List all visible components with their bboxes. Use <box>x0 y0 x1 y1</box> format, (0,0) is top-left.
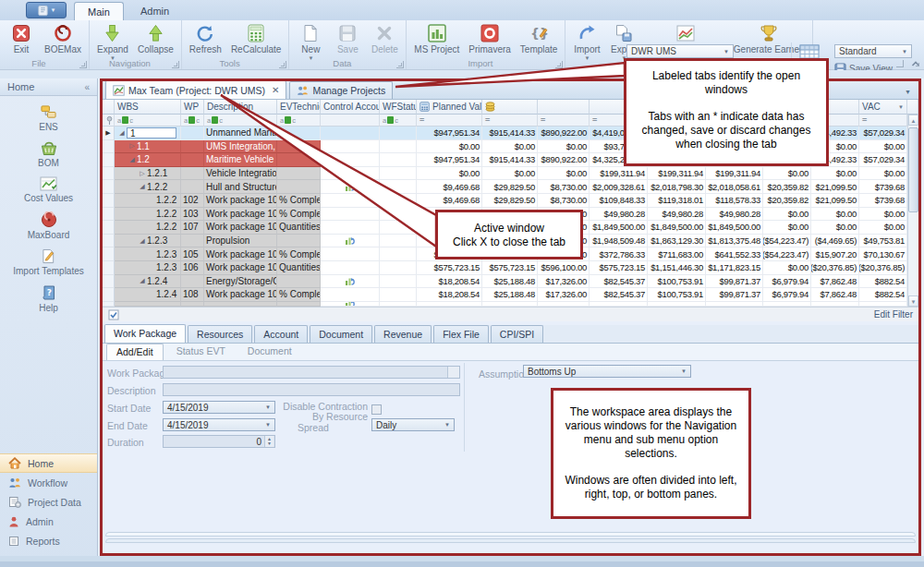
control-account-cell[interactable] <box>321 140 380 154</box>
value-cell[interactable]: $0.00 <box>859 140 907 154</box>
description-cell[interactable]: Vehicle Integration,... <box>204 167 277 181</box>
wfstatus-cell[interactable] <box>380 153 417 167</box>
window-tab-max-team-project-dwr-ums[interactable]: Max Team (Project: DWR UMS)✕ <box>105 80 286 99</box>
value-cell[interactable]: ($54,223.47) <box>763 235 811 248</box>
dialog-launcher-icon[interactable] <box>279 61 286 68</box>
description-field[interactable] <box>163 383 460 396</box>
wfstatus-cell[interactable] <box>380 302 417 307</box>
wbs-cell[interactable]: 1.2.2 <box>115 208 181 222</box>
assumption-select[interactable]: Bottoms Up▼ <box>523 365 691 378</box>
description-cell[interactable] <box>204 302 277 307</box>
wp-cell[interactable] <box>181 275 204 289</box>
value-cell[interactable]: $0.00 <box>763 221 811 235</box>
value-cell[interactable]: $100,753.91 <box>648 288 706 302</box>
evtechnique-cell[interactable]: % Complete <box>277 288 321 302</box>
wp-cell[interactable] <box>181 235 204 248</box>
value-cell[interactable]: $82,545.37 <box>590 275 648 289</box>
value-cell[interactable]: $2,018,798.30 <box>648 180 706 194</box>
wp-cell[interactable]: 103 <box>181 208 204 222</box>
filter-cell[interactable]: = <box>859 115 907 127</box>
expanded-node-icon[interactable]: ◢ <box>138 183 147 190</box>
wp-cell[interactable] <box>181 140 204 154</box>
ribbon-button-delete[interactable]: Delete <box>366 22 403 55</box>
wbs-inline-editor[interactable]: 1 <box>127 127 176 139</box>
description-cell[interactable]: Work package 107 -... <box>204 221 277 235</box>
value-cell[interactable]: $1,813,375.48 <box>706 235 763 248</box>
evtechnique-cell[interactable]: % Complete <box>277 247 321 261</box>
sidebar-nav-reports[interactable]: Reports <box>0 531 97 550</box>
description-cell[interactable]: Work package 102 <box>204 194 277 208</box>
control-account-cell[interactable] <box>321 261 380 275</box>
value-cell[interactable]: $199,311.94 <box>590 167 648 181</box>
control-account-cell[interactable] <box>321 180 380 194</box>
description-cell[interactable]: Work package 108 <box>204 288 277 302</box>
wfstatus-cell[interactable] <box>380 140 417 154</box>
value-cell[interactable]: $119,318.01 <box>648 194 706 208</box>
dialog-launcher-icon[interactable] <box>79 61 87 68</box>
value-cell[interactable]: $641,552.33 <box>706 247 763 261</box>
sidebar-item-import-templates[interactable]: Import Templates <box>0 248 97 276</box>
value-cell[interactable]: $915,414.33 <box>482 127 538 140</box>
column-header-hidden[interactable] <box>538 100 590 115</box>
pane-tab-flex-file[interactable]: Flex File <box>433 325 489 343</box>
value-cell[interactable]: ($20,376.85) <box>859 261 907 275</box>
end-date-field[interactable]: 4/15/2019▼ <box>163 418 275 431</box>
wfstatus-cell[interactable] <box>380 180 417 194</box>
wfstatus-cell[interactable] <box>380 167 417 181</box>
value-cell[interactable]: $7,862.48 <box>811 288 859 302</box>
evtechnique-cell[interactable] <box>277 302 321 307</box>
value-cell[interactable]: $0.00 <box>859 221 907 235</box>
ribbon-tab-admin[interactable]: Admin <box>128 2 182 20</box>
value-cell[interactable]: $8,730.00 <box>538 180 590 194</box>
ribbon-button-import[interactable]: Import▼ <box>568 22 605 62</box>
pane-subtab-document[interactable]: Document <box>238 344 301 360</box>
value-cell[interactable]: $947,951.34 <box>417 153 482 167</box>
collapsed-node-icon[interactable]: ▷ <box>138 170 147 177</box>
dialog-launcher-icon[interactable] <box>172 61 179 68</box>
value-cell[interactable]: $17,326.00 <box>538 288 590 302</box>
value-cell[interactable] <box>763 302 811 307</box>
description-cell[interactable]: Hull and Structure <box>204 180 277 194</box>
value-cell[interactable]: $199,311.94 <box>706 167 763 181</box>
sidebar-nav-workflow[interactable]: Workflow <box>0 473 97 492</box>
control-account-cell[interactable] <box>321 275 380 289</box>
expanded-node-icon[interactable]: ◢ <box>138 277 147 284</box>
disable-contraction-checkbox[interactable] <box>371 404 382 415</box>
value-cell[interactable]: $1,948,509.48 <box>590 235 648 248</box>
wbs-cell[interactable]: 1.2.2 <box>115 221 181 235</box>
value-cell[interactable]: $739.68 <box>859 194 907 208</box>
filter-cell[interactable]: = <box>482 115 538 127</box>
ribbon-button-template[interactable]: {}Template <box>516 22 563 55</box>
scroll-up-icon[interactable]: ▲ <box>908 115 918 126</box>
value-cell[interactable]: $17,326.00 <box>538 275 590 289</box>
view-selector[interactable]: Standard ▼ <box>834 44 912 58</box>
wfstatus-cell[interactable] <box>380 247 417 261</box>
value-cell[interactable]: $2,018,058.61 <box>706 180 763 194</box>
wbs-cell[interactable]: 1.2.3 <box>115 261 181 275</box>
evtechnique-cell[interactable] <box>277 153 321 167</box>
wfstatus-cell[interactable] <box>380 208 417 222</box>
wbs-cell[interactable]: ▷1.2.1 <box>115 167 181 181</box>
control-account-cell[interactable] <box>321 208 380 222</box>
value-cell[interactable]: $739.68 <box>859 180 907 194</box>
evtechnique-cell[interactable] <box>277 127 321 140</box>
column-header-wbs[interactable]: WBS <box>115 100 181 115</box>
value-cell[interactable]: $575,723.15 <box>482 261 538 275</box>
column-header-control-account[interactable]: Control Account <box>321 100 380 115</box>
close-tab-icon[interactable]: ✕ <box>272 85 279 95</box>
control-account-cell[interactable] <box>321 221 380 235</box>
pane-subtab-add-edit[interactable]: Add/Edit <box>106 344 164 360</box>
ribbon-button-boemax[interactable]: BOEMax <box>40 22 86 55</box>
ribbon-button-save[interactable]: Save <box>329 22 366 55</box>
evtechnique-cell[interactable]: % Complete <box>277 194 321 208</box>
wp-cell[interactable] <box>181 167 204 181</box>
value-cell[interactable]: $890,922.00 <box>538 153 590 167</box>
value-cell[interactable]: $0.00 <box>538 167 590 181</box>
collapse-sidebar-icon[interactable]: « <box>84 82 90 92</box>
evtechnique-cell[interactable] <box>277 275 321 289</box>
evtechnique-cell[interactable]: % Complete <box>277 208 321 222</box>
value-cell[interactable]: $18,208.54 <box>417 275 482 289</box>
value-cell[interactable]: $0.00 <box>811 208 859 222</box>
filter-cell[interactable] <box>321 115 380 127</box>
duration-stepper[interactable]: 0 ▲▼ <box>163 435 275 448</box>
